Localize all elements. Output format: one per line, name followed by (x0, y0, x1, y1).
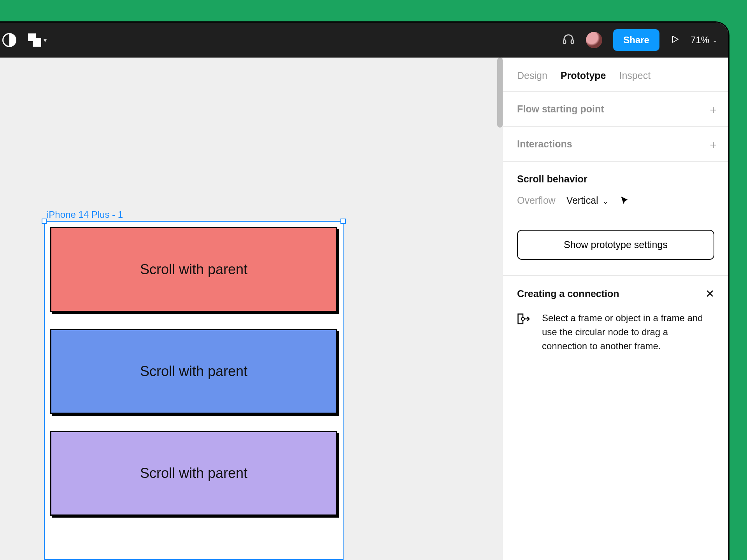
connection-help-section: Creating a connection ✕ Select a frame o… (503, 276, 728, 365)
prototype-settings-section: Show prototype settings (503, 218, 728, 276)
connection-arrow-icon (517, 311, 533, 353)
add-flow-icon[interactable]: + (710, 103, 717, 117)
close-icon[interactable]: ✕ (705, 287, 714, 300)
zoom-value: 71% (691, 35, 709, 46)
zoom-dropdown[interactable]: 71% ⌄ (691, 35, 717, 46)
voice-chat-icon[interactable] (562, 33, 575, 47)
layer-text: Scroll with parent (140, 363, 247, 380)
panel-tabs: Design Prototype Inspect (503, 58, 728, 92)
resize-handle-top-left[interactable] (42, 219, 47, 224)
svg-rect-2 (571, 40, 573, 44)
tab-design[interactable]: Design (517, 70, 547, 81)
canvas-layer[interactable]: Scroll with parent (50, 431, 337, 516)
interactions-section: Interactions + (503, 127, 728, 162)
layer-text: Scroll with parent (140, 261, 247, 278)
canvas[interactable]: iPhone 14 Plus - 1 Scroll with parent Sc… (0, 58, 503, 560)
right-panel: Design Prototype Inspect Flow starting p… (503, 58, 728, 560)
tool-dropdown[interactable]: ▾ (28, 33, 47, 47)
layer-text: Scroll with parent (140, 465, 247, 481)
overflow-label: Overflow (517, 195, 556, 206)
top-toolbar: ▾ Share 71% ⌄ (0, 23, 728, 58)
selected-frame[interactable]: Scroll with parent Scroll with parent Sc… (44, 221, 344, 560)
canvas-layer[interactable]: Scroll with parent (50, 227, 337, 312)
overflow-dropdown[interactable]: Vertical ⌄ (566, 195, 608, 206)
figma-logo-icon[interactable] (2, 33, 16, 47)
connection-help-title: Creating a connection (517, 288, 619, 299)
chevron-down-icon: ⌄ (601, 198, 608, 205)
cursor-icon (619, 196, 630, 206)
connection-help-body: Select a frame or object in a frame and … (542, 311, 714, 353)
section-title: Interactions (517, 138, 714, 150)
svg-point-4 (521, 317, 524, 320)
resize-handle-top-right[interactable] (340, 219, 346, 224)
canvas-scrollbar[interactable] (497, 58, 503, 128)
section-title: Flow starting point (517, 103, 714, 115)
frame-label[interactable]: iPhone 14 Plus - 1 (47, 209, 123, 220)
share-button[interactable]: Share (613, 29, 659, 51)
chevron-down-icon: ▾ (44, 37, 47, 44)
app-window: ▾ Share 71% ⌄ iPh (0, 21, 729, 560)
user-avatar[interactable] (586, 32, 602, 48)
tab-prototype[interactable]: Prototype (561, 70, 606, 81)
section-title: Scroll behavior (517, 173, 714, 185)
scroll-behavior-section: Scroll behavior Overflow Vertical ⌄ (503, 162, 728, 218)
svg-rect-1 (564, 40, 566, 44)
canvas-layer[interactable]: Scroll with parent (50, 329, 337, 414)
show-prototype-settings-button[interactable]: Show prototype settings (517, 230, 714, 260)
overflow-value: Vertical (566, 195, 598, 206)
tab-inspect[interactable]: Inspect (619, 70, 651, 81)
chevron-down-icon: ⌄ (712, 37, 717, 44)
flow-starting-point-section: Flow starting point + (503, 92, 728, 127)
add-interaction-icon[interactable]: + (710, 138, 717, 152)
present-play-icon[interactable] (670, 35, 680, 46)
